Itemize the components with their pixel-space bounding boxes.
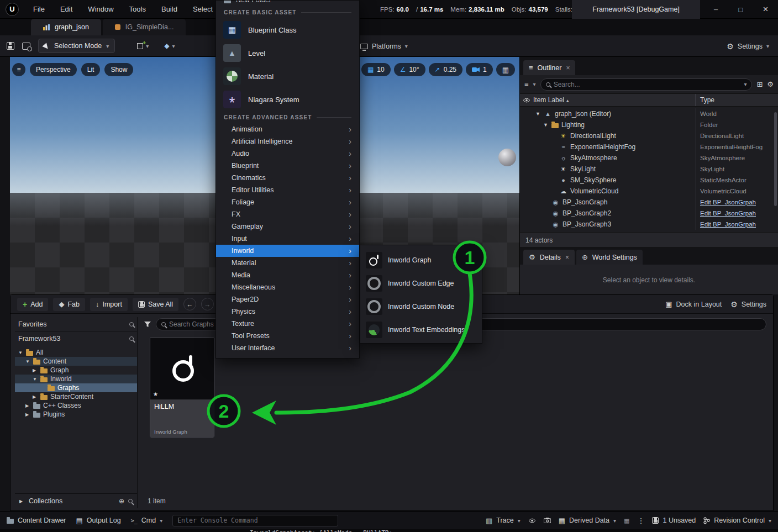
scale-snap-toggle[interactable]: ↗0.25 bbox=[429, 63, 462, 76]
menu-item[interactable]: Miscellaneous bbox=[216, 281, 359, 293]
search-icon[interactable] bbox=[128, 499, 133, 503]
output-log-button[interactable]: Output Log bbox=[76, 517, 121, 525]
outliner-row[interactable]: ▼ Lighting Folder bbox=[520, 119, 778, 130]
console-input[interactable] bbox=[177, 517, 333, 524]
scrollbar[interactable] bbox=[774, 112, 777, 206]
outliner-row[interactable]: SM_SkySphere StaticMeshActor bbox=[520, 175, 778, 186]
menu-item[interactable]: Media bbox=[216, 269, 359, 281]
menu-item[interactable]: Blueprint bbox=[216, 160, 359, 172]
content-drawer-button[interactable]: Content Drawer bbox=[7, 517, 66, 524]
outliner-row[interactable]: BP_JsonGraph Edit BP_JsonGrpah bbox=[520, 197, 778, 208]
close-button[interactable] bbox=[753, 0, 778, 19]
asset-tile-hillm[interactable]: HiLLM Inworld Graph bbox=[150, 337, 214, 438]
dock-in-layout-button[interactable]: Dock in Layout bbox=[665, 300, 722, 308]
menu-item[interactable]: Texture bbox=[216, 318, 359, 330]
import-button[interactable]: Import bbox=[90, 298, 128, 311]
blueprints-dropdown[interactable] bbox=[164, 42, 175, 50]
filter-funnel-icon[interactable] bbox=[144, 322, 151, 328]
menu-item[interactable]: Edit bbox=[52, 0, 80, 18]
outliner-row[interactable]: SkyAtmosphere SkyAtmosphere bbox=[520, 152, 778, 164]
screenshot-camera-icon[interactable] bbox=[544, 518, 551, 523]
unreal-logo[interactable] bbox=[6, 3, 19, 16]
minimize-button[interactable] bbox=[703, 0, 728, 19]
derived-data-dropdown[interactable]: Derived Data bbox=[559, 517, 616, 525]
menu-item[interactable]: Level bbox=[216, 41, 359, 65]
search-icon[interactable] bbox=[129, 322, 134, 326]
tab-details[interactable]: Details × bbox=[523, 250, 575, 265]
row-type[interactable]: SkyLight bbox=[695, 164, 778, 175]
menu-item[interactable]: Foliage bbox=[216, 196, 359, 208]
console-command-input[interactable] bbox=[172, 515, 338, 526]
menu-item[interactable]: Audio bbox=[216, 148, 359, 160]
fab-button[interactable]: Fab bbox=[53, 298, 85, 311]
menu-item[interactable]: Physics bbox=[216, 305, 359, 318]
back-button[interactable]: ← bbox=[183, 298, 196, 310]
menu-item[interactable]: Inworld Custom Edge bbox=[360, 272, 482, 295]
collections-header[interactable]: ▶ Collections bbox=[15, 493, 137, 508]
save-all-button[interactable]: Save All bbox=[133, 298, 178, 311]
platforms-dropdown[interactable]: Platforms bbox=[360, 35, 408, 57]
column-item-label[interactable]: Item Label bbox=[533, 96, 695, 104]
outliner-row[interactable]: SkyLight SkyLight bbox=[520, 164, 778, 175]
row-type[interactable]: ExponentialHeightFog bbox=[695, 141, 778, 152]
search-input[interactable] bbox=[554, 81, 741, 88]
outliner-row[interactable]: ▼ graph_json (Editor) World bbox=[520, 108, 778, 119]
settings-dropdown[interactable]: Settings bbox=[727, 35, 769, 57]
expander-arrow[interactable]: ▶ bbox=[33, 368, 38, 373]
folder-tree-item[interactable]: ▶ StarterContent bbox=[15, 392, 137, 401]
folder-tree-item[interactable]: ▶ C++ Classes bbox=[15, 401, 137, 410]
tab-ig-simpledia[interactable]: IG_SimpleDia... bbox=[103, 19, 186, 35]
rotation-snap-toggle[interactable]: ∠10° bbox=[394, 63, 425, 76]
folder-tree-item[interactable]: ▼ Content bbox=[15, 357, 137, 366]
tab-graph-json[interactable]: graph_json bbox=[31, 19, 101, 35]
folder-tree-item[interactable]: ▼ Inworld bbox=[15, 375, 137, 383]
menu-item[interactable]: Cinematics bbox=[216, 172, 359, 184]
insights-grid-icon[interactable] bbox=[624, 517, 629, 524]
cmd-dropdown[interactable]: >_Cmd bbox=[131, 517, 162, 524]
outliner-filter-button[interactable] bbox=[524, 80, 529, 88]
menu-item[interactable]: Paper2D bbox=[216, 293, 359, 305]
menu-item[interactable]: File bbox=[25, 0, 52, 18]
favorites-header[interactable]: Favorites bbox=[15, 317, 137, 331]
trace-dropdown[interactable]: Trace bbox=[486, 517, 521, 525]
menu-item[interactable]: Build bbox=[154, 0, 185, 18]
expander-arrow[interactable]: ▶ bbox=[33, 394, 38, 399]
menu-item[interactable]: Niagara System bbox=[216, 88, 359, 111]
folder-tree-item[interactable]: ▼ All bbox=[15, 348, 137, 357]
close-icon[interactable]: × bbox=[565, 254, 569, 261]
menu-item[interactable]: Inworld bbox=[216, 245, 359, 257]
more-options-icon[interactable] bbox=[637, 517, 644, 525]
row-type[interactable]: Edit BP_JsonGrpah bbox=[695, 197, 778, 208]
folder-tree-item[interactable]: ▶ Graph bbox=[15, 366, 137, 375]
menu-item[interactable]: Material bbox=[216, 65, 359, 88]
outliner-row[interactable]: BP_JsonGraph2 Edit BP_JsonGrpah bbox=[520, 208, 778, 219]
add-content-dropdown[interactable] bbox=[137, 43, 149, 49]
add-folder-icon[interactable] bbox=[756, 80, 763, 88]
menu-item[interactable]: Tools bbox=[122, 0, 154, 18]
menu-item[interactable]: Gameplay bbox=[216, 220, 359, 233]
perspective-button[interactable]: Perspective bbox=[30, 63, 77, 76]
viewport-men u-button[interactable]: ≡ bbox=[12, 63, 25, 76]
save-icon[interactable] bbox=[7, 42, 14, 50]
menu-item-new-folder[interactable]: New Folder bbox=[216, 1, 359, 6]
row-type[interactable]: World bbox=[695, 108, 778, 119]
lit-button[interactable]: Lit bbox=[81, 63, 101, 76]
project-header[interactable]: Framework53 bbox=[15, 331, 137, 346]
folder-tree-item[interactable]: Graphs bbox=[15, 383, 137, 392]
row-type[interactable]: Folder bbox=[695, 119, 778, 130]
search-icon[interactable] bbox=[129, 336, 134, 341]
add-collection-icon[interactable] bbox=[119, 497, 124, 505]
folder-tree-item[interactable]: ▶ Plugins bbox=[15, 410, 137, 419]
cb-settings-button[interactable]: Settings bbox=[730, 300, 766, 309]
outliner-search[interactable] bbox=[540, 78, 753, 91]
menu-item[interactable]: Inworld Custom Node bbox=[360, 295, 482, 318]
expander-arrow[interactable]: ▼ bbox=[535, 111, 541, 117]
show-button[interactable]: Show bbox=[104, 63, 133, 76]
forward-button[interactable]: → bbox=[201, 298, 214, 310]
add-button[interactable]: +Add bbox=[17, 298, 48, 311]
sphere-gizmo[interactable] bbox=[498, 149, 516, 166]
maximize-button[interactable] bbox=[728, 0, 753, 19]
menu-item[interactable]: Blueprint Class bbox=[216, 18, 359, 41]
outliner-row[interactable]: DirectionalLight DirectionalLight bbox=[520, 130, 778, 141]
expander-arrow[interactable]: ▼ bbox=[33, 377, 38, 382]
